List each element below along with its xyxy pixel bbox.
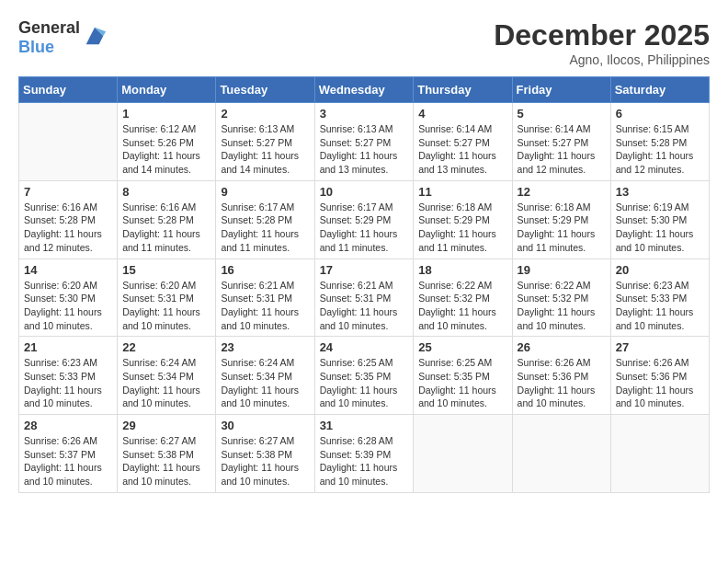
calendar-cell: 21Sunrise: 6:23 AMSunset: 5:33 PMDayligh…	[19, 337, 118, 415]
cell-info: Sunrise: 6:25 AMSunset: 5:35 PMDaylight:…	[418, 356, 506, 410]
calendar-cell: 10Sunrise: 6:17 AMSunset: 5:29 PMDayligh…	[314, 180, 414, 259]
calendar-table: SundayMondayTuesdayWednesdayThursdayFrid…	[18, 76, 710, 493]
logo: General Blue	[18, 18, 108, 57]
cell-info: Sunrise: 6:19 AMSunset: 5:30 PMDaylight:…	[616, 201, 704, 255]
day-number: 29	[122, 419, 210, 432]
day-number: 1	[122, 107, 210, 121]
cell-info: Sunrise: 6:17 AMSunset: 5:29 PMDaylight:…	[320, 201, 409, 255]
calendar-cell	[610, 415, 709, 493]
cell-info: Sunrise: 6:24 AMSunset: 5:34 PMDaylight:…	[221, 356, 309, 410]
cell-info: Sunrise: 6:28 AMSunset: 5:39 PMDaylight:…	[320, 434, 409, 488]
cell-info: Sunrise: 6:22 AMSunset: 5:32 PMDaylight:…	[418, 279, 506, 333]
weekday-header-friday: Friday	[512, 77, 610, 103]
cell-info: Sunrise: 6:26 AMSunset: 5:36 PMDaylight:…	[616, 356, 704, 410]
cell-info: Sunrise: 6:23 AMSunset: 5:33 PMDaylight:…	[24, 356, 112, 410]
calendar-cell: 18Sunrise: 6:22 AMSunset: 5:32 PMDayligh…	[414, 259, 512, 337]
calendar-cell: 1Sunrise: 6:12 AMSunset: 5:26 PMDaylight…	[118, 103, 216, 181]
weekday-header-tuesday: Tuesday	[216, 77, 314, 103]
cell-info: Sunrise: 6:21 AMSunset: 5:31 PMDaylight:…	[221, 279, 309, 333]
day-number: 30	[221, 419, 309, 432]
calendar-cell	[512, 415, 610, 493]
cell-info: Sunrise: 6:16 AMSunset: 5:28 PMDaylight:…	[24, 201, 112, 255]
day-number: 3	[320, 107, 409, 121]
calendar-cell: 24Sunrise: 6:25 AMSunset: 5:35 PMDayligh…	[314, 337, 414, 415]
title-block: December 2025 Agno, Ilocos, Philippines	[494, 18, 710, 67]
cell-info: Sunrise: 6:22 AMSunset: 5:32 PMDaylight:…	[518, 279, 606, 333]
cell-info: Sunrise: 6:17 AMSunset: 5:28 PMDaylight:…	[221, 201, 309, 255]
cell-info: Sunrise: 6:14 AMSunset: 5:27 PMDaylight:…	[418, 122, 506, 177]
cell-info: Sunrise: 6:16 AMSunset: 5:28 PMDaylight:…	[122, 201, 210, 255]
day-number: 12	[518, 185, 606, 199]
day-number: 27	[616, 340, 704, 354]
day-number: 28	[24, 419, 112, 432]
calendar-cell: 11Sunrise: 6:18 AMSunset: 5:29 PMDayligh…	[414, 180, 512, 259]
cell-info: Sunrise: 6:24 AMSunset: 5:34 PMDaylight:…	[122, 356, 210, 410]
cell-info: Sunrise: 6:13 AMSunset: 5:27 PMDaylight:…	[221, 122, 309, 177]
day-number: 14	[24, 263, 112, 277]
day-number: 24	[320, 340, 409, 354]
logo-general: General	[18, 18, 80, 37]
cell-info: Sunrise: 6:26 AMSunset: 5:36 PMDaylight:…	[518, 356, 606, 410]
calendar-cell: 15Sunrise: 6:20 AMSunset: 5:31 PMDayligh…	[118, 259, 216, 337]
day-number: 22	[122, 340, 210, 354]
day-number: 15	[122, 263, 210, 277]
day-number: 21	[24, 340, 112, 354]
logo-icon	[82, 23, 108, 49]
calendar-week-row: 1Sunrise: 6:12 AMSunset: 5:26 PMDaylight…	[19, 103, 710, 181]
calendar-cell: 22Sunrise: 6:24 AMSunset: 5:34 PMDayligh…	[118, 337, 216, 415]
cell-info: Sunrise: 6:21 AMSunset: 5:31 PMDaylight:…	[320, 279, 409, 333]
day-number: 31	[320, 419, 409, 432]
day-number: 18	[418, 263, 506, 277]
calendar-cell: 6Sunrise: 6:15 AMSunset: 5:28 PMDaylight…	[610, 103, 709, 181]
day-number: 7	[24, 185, 112, 199]
day-number: 11	[418, 185, 506, 199]
cell-info: Sunrise: 6:18 AMSunset: 5:29 PMDaylight:…	[518, 201, 606, 255]
weekday-header-monday: Monday	[118, 77, 216, 103]
day-number: 19	[518, 263, 606, 277]
weekday-header-thursday: Thursday	[414, 77, 512, 103]
cell-info: Sunrise: 6:18 AMSunset: 5:29 PMDaylight:…	[418, 201, 506, 255]
cell-info: Sunrise: 6:12 AMSunset: 5:26 PMDaylight:…	[122, 122, 210, 177]
day-number: 10	[320, 185, 409, 199]
weekday-header-saturday: Saturday	[610, 77, 709, 103]
calendar-week-row: 14Sunrise: 6:20 AMSunset: 5:30 PMDayligh…	[19, 259, 710, 337]
cell-info: Sunrise: 6:25 AMSunset: 5:35 PMDaylight:…	[320, 356, 409, 410]
calendar-cell: 8Sunrise: 6:16 AMSunset: 5:28 PMDaylight…	[118, 180, 216, 259]
calendar-cell: 13Sunrise: 6:19 AMSunset: 5:30 PMDayligh…	[610, 180, 709, 259]
day-number: 16	[221, 263, 309, 277]
cell-info: Sunrise: 6:14 AMSunset: 5:27 PMDaylight:…	[518, 122, 606, 177]
weekday-header-wednesday: Wednesday	[314, 77, 414, 103]
calendar-cell	[414, 415, 512, 493]
location-subtitle: Agno, Ilocos, Philippines	[494, 52, 710, 67]
calendar-cell: 27Sunrise: 6:26 AMSunset: 5:36 PMDayligh…	[610, 337, 709, 415]
month-year-title: December 2025	[494, 18, 710, 52]
calendar-week-row: 21Sunrise: 6:23 AMSunset: 5:33 PMDayligh…	[19, 337, 710, 415]
day-number: 8	[122, 185, 210, 199]
day-number: 2	[221, 107, 309, 121]
day-number: 25	[418, 340, 506, 354]
day-number: 4	[418, 107, 506, 121]
calendar-cell: 5Sunrise: 6:14 AMSunset: 5:27 PMDaylight…	[512, 103, 610, 181]
weekday-header-sunday: Sunday	[19, 77, 118, 103]
calendar-cell: 17Sunrise: 6:21 AMSunset: 5:31 PMDayligh…	[314, 259, 414, 337]
calendar-week-row: 28Sunrise: 6:26 AMSunset: 5:37 PMDayligh…	[19, 415, 710, 493]
day-number: 23	[221, 340, 309, 354]
calendar-cell: 7Sunrise: 6:16 AMSunset: 5:28 PMDaylight…	[19, 180, 118, 259]
cell-info: Sunrise: 6:13 AMSunset: 5:27 PMDaylight:…	[320, 122, 409, 177]
day-number: 26	[518, 340, 606, 354]
calendar-week-row: 7Sunrise: 6:16 AMSunset: 5:28 PMDaylight…	[19, 180, 710, 259]
calendar-cell: 20Sunrise: 6:23 AMSunset: 5:33 PMDayligh…	[610, 259, 709, 337]
calendar-cell: 25Sunrise: 6:25 AMSunset: 5:35 PMDayligh…	[414, 337, 512, 415]
calendar-cell: 14Sunrise: 6:20 AMSunset: 5:30 PMDayligh…	[19, 259, 118, 337]
calendar-cell: 9Sunrise: 6:17 AMSunset: 5:28 PMDaylight…	[216, 180, 314, 259]
day-number: 5	[518, 107, 606, 121]
cell-info: Sunrise: 6:27 AMSunset: 5:38 PMDaylight:…	[122, 434, 210, 488]
day-number: 6	[616, 107, 704, 121]
day-number: 17	[320, 263, 409, 277]
day-number: 9	[221, 185, 309, 199]
cell-info: Sunrise: 6:26 AMSunset: 5:37 PMDaylight:…	[24, 434, 112, 488]
weekday-header-row: SundayMondayTuesdayWednesdayThursdayFrid…	[19, 77, 710, 103]
day-number: 20	[616, 263, 704, 277]
cell-info: Sunrise: 6:20 AMSunset: 5:31 PMDaylight:…	[122, 279, 210, 333]
cell-info: Sunrise: 6:27 AMSunset: 5:38 PMDaylight:…	[221, 434, 309, 488]
